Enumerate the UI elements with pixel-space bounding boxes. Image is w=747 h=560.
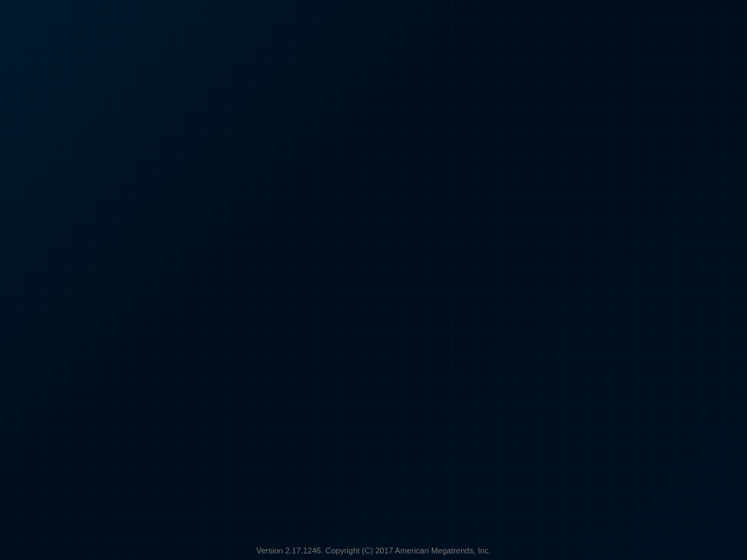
footer-version: Version 2.17.1246. Copyright (C) 2017 Am… (256, 546, 491, 555)
